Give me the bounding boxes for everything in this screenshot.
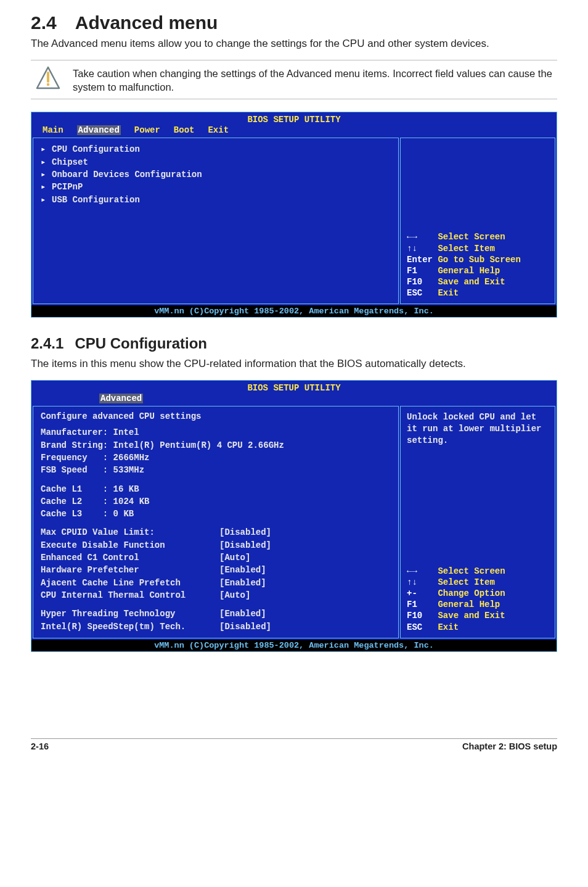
- nav-hint-row: ←→ Select Screen: [407, 231, 549, 242]
- bios-title: BIOS SETUP UTILITY: [31, 381, 557, 394]
- setting-row[interactable]: CPU Internal Thermal Control[Auto]: [41, 589, 391, 601]
- bios-right-pane: Unlock locked CPU and let it run at lowe…: [400, 406, 555, 638]
- nav-label: Exit: [438, 622, 459, 632]
- nav-hint-row: ESC Exit: [407, 287, 549, 299]
- setting-name: Intel(R) SpeedStep(tm) Tech.: [41, 621, 219, 633]
- setting-value: [Disabled]: [219, 539, 271, 551]
- submenu-arrow-icon: ▸: [41, 168, 47, 181]
- setting-row[interactable]: Intel(R) SpeedStep(tm) Tech.[Disabled]: [41, 621, 391, 633]
- setting-value: [Enabled]: [219, 577, 266, 589]
- warning-icon: [36, 65, 60, 90]
- help-text: Unlock locked CPU and let it run at lowe…: [407, 411, 549, 447]
- subsection-heading: 2.4.1CPU Configuration: [31, 335, 557, 352]
- tab-main[interactable]: Main: [43, 125, 63, 135]
- submenu-arrow-icon: ▸: [41, 181, 47, 193]
- menu-item-label: USB Configuration: [52, 194, 140, 206]
- bios-left-pane: ▸CPU Configuration ▸Chipset ▸Onboard Dev…: [33, 138, 399, 304]
- setting-row[interactable]: Max CPUID Value Limit:[Disabled]: [41, 526, 391, 538]
- cache-line: Cache L1 : 16 KB: [41, 483, 391, 495]
- nav-hint-row: ↑↓ Select Item: [407, 243, 549, 254]
- menu-item-cpu-config[interactable]: ▸CPU Configuration: [41, 143, 391, 155]
- setting-name: CPU Internal Thermal Control: [41, 589, 219, 601]
- setting-name: Hardware Prefetcher: [41, 564, 219, 576]
- page-footer: 2-16 Chapter 2: BIOS setup: [31, 738, 557, 751]
- nav-label: Save and Exit: [438, 277, 505, 287]
- nav-label: Go to Sub Screen: [438, 255, 520, 265]
- tab-boot[interactable]: Boot: [174, 125, 195, 135]
- tab-advanced[interactable]: Advanced: [77, 125, 121, 135]
- subsection-number: 2.4.1: [31, 335, 63, 352]
- nav-label: General Help: [438, 600, 500, 609]
- bios-tab-bar: Advanced: [31, 394, 557, 405]
- nav-key: F1: [407, 599, 438, 610]
- nav-hint-row: F1 General Help: [407, 599, 549, 610]
- info-line: Frequency : 2666MHz: [41, 452, 391, 464]
- chapter-label: Chapter 2: BIOS setup: [462, 741, 557, 751]
- submenu-arrow-icon: ▸: [41, 156, 47, 168]
- cpu-info-block: Manufacturer: IntelBrand String: Intel(R…: [41, 426, 391, 476]
- nav-label: Select Item: [438, 244, 494, 254]
- nav-label: Select Screen: [438, 566, 505, 576]
- nav-key: ↑↓: [407, 243, 438, 254]
- nav-hint-row: +- Change Option: [407, 588, 549, 599]
- setting-row[interactable]: Hyper Threading Technology[Enabled]: [41, 608, 391, 620]
- nav-key: F10: [407, 610, 438, 621]
- nav-key: F10: [407, 276, 438, 287]
- bios-footer: vMM.nn (C)Copyright 1985-2002, American …: [31, 305, 557, 317]
- setting-name: Enhanced C1 Control: [41, 551, 219, 564]
- setting-value: [Enabled]: [219, 564, 266, 576]
- setting-row[interactable]: Hardware Prefetcher[Enabled]: [41, 564, 391, 576]
- menu-item-label: Chipset: [52, 156, 88, 168]
- setting-row[interactable]: Execute Disable Function[Disabled]: [41, 539, 391, 551]
- nav-hint-row: Enter Go to Sub Screen: [407, 254, 549, 265]
- menu-item-usb-config[interactable]: ▸USB Configuration: [41, 194, 391, 206]
- info-line: FSB Speed : 533MHz: [41, 464, 391, 476]
- nav-label: Save and Exit: [438, 611, 505, 621]
- nav-key: ESC: [407, 287, 438, 299]
- caution-text: Take caution when changing the settings …: [73, 65, 557, 94]
- tab-power[interactable]: Power: [134, 125, 160, 135]
- nav-hint-row: F1 General Help: [407, 265, 549, 276]
- setting-name: Ajacent Cache Line Prefetch: [41, 577, 219, 589]
- submenu-arrow-icon: ▸: [41, 194, 47, 206]
- svg-point-2: [47, 83, 49, 86]
- bios-footer: vMM.nn (C)Copyright 1985-2002, American …: [31, 640, 557, 651]
- cache-line: Cache L2 : 1024 KB: [41, 495, 391, 508]
- tab-exit[interactable]: Exit: [208, 125, 229, 135]
- cache-line: Cache L3 : 0 KB: [41, 508, 391, 520]
- nav-key-list: ←→ Select Screen↑↓ Select Item+- Change …: [407, 566, 549, 633]
- nav-hint-row: ESC Exit: [407, 622, 549, 633]
- nav-label: General Help: [438, 266, 500, 276]
- menu-item-label: CPU Configuration: [52, 143, 140, 155]
- setting-value: [Disabled]: [219, 526, 271, 538]
- setting-value: [Auto]: [219, 589, 250, 601]
- menu-item-onboard-devices[interactable]: ▸Onboard Devices Configuration: [41, 168, 391, 181]
- menu-item-label: Onboard Devices Configuration: [52, 168, 202, 181]
- setting-name: Max CPUID Value Limit:: [41, 526, 219, 538]
- section-title-text: Advanced menu: [75, 12, 218, 33]
- cache-info-block: Cache L1 : 16 KBCache L2 : 1024 KBCache …: [41, 483, 391, 521]
- setting-value: [Auto]: [219, 551, 250, 564]
- menu-item-pcipnp[interactable]: ▸PCIPnP: [41, 181, 391, 193]
- tab-advanced[interactable]: Advanced: [99, 394, 143, 403]
- nav-hint-row: F10 Save and Exit: [407, 276, 549, 287]
- nav-label: Select Item: [438, 577, 494, 587]
- menu-item-chipset[interactable]: ▸Chipset: [41, 156, 391, 168]
- setting-name: Hyper Threading Technology: [41, 608, 219, 620]
- bios-title: BIOS SETUP UTILITY: [31, 112, 557, 125]
- nav-label: Exit: [438, 288, 459, 298]
- nav-key: ←→: [407, 231, 438, 242]
- bios-screen-advanced-menu: BIOS SETUP UTILITY Main Advanced Power B…: [31, 112, 557, 318]
- section-intro: The Advanced menu items allow you to cha…: [31, 37, 557, 51]
- nav-key: ESC: [407, 622, 438, 633]
- bios-screen-cpu-config: BIOS SETUP UTILITY Advanced Configure ad…: [31, 380, 557, 651]
- nav-key: Enter: [407, 254, 438, 265]
- bios-tab-bar: Main Advanced Power Boot Exit: [31, 125, 557, 136]
- config-heading: Configure advanced CPU settings: [41, 411, 391, 421]
- submenu-arrow-icon: ▸: [41, 143, 47, 155]
- setting-row[interactable]: Enhanced C1 Control[Auto]: [41, 551, 391, 564]
- subsection-intro: The items in this menu show the CPU-rela…: [31, 357, 557, 371]
- subsection-title-text: CPU Configuration: [75, 335, 207, 352]
- nav-label: Change Option: [438, 588, 505, 598]
- setting-row[interactable]: Ajacent Cache Line Prefetch[Enabled]: [41, 577, 391, 589]
